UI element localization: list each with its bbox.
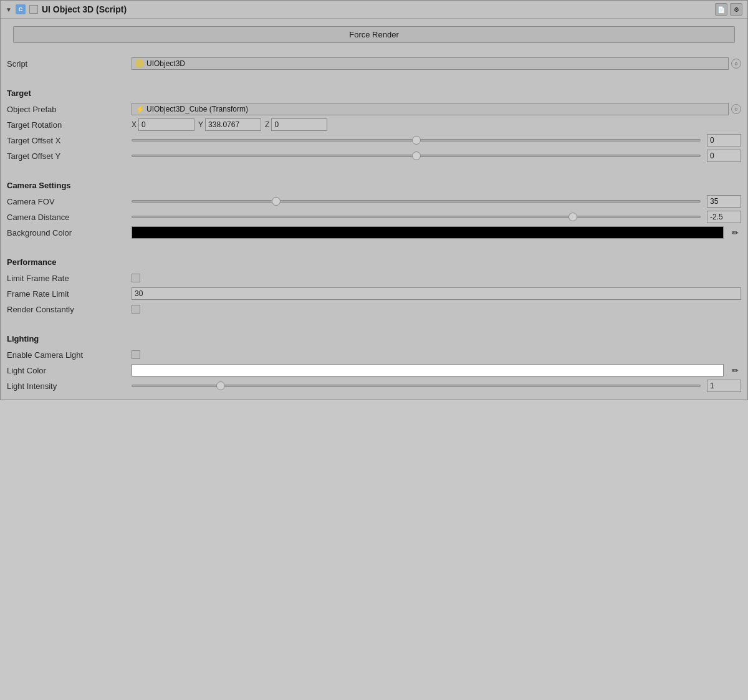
- camera-fov-value[interactable]: [707, 195, 741, 208]
- rotation-z-input[interactable]: [271, 118, 327, 131]
- offset-y-value[interactable]: [707, 150, 741, 162]
- background-color-label: Background Color: [7, 228, 132, 237]
- frame-rate-limit-field: [132, 287, 741, 300]
- light-intensity-row: Light Intensity: [7, 379, 741, 393]
- limit-frame-rate-checkbox[interactable]: [132, 274, 140, 282]
- enable-camera-light-checkbox[interactable]: [132, 350, 140, 359]
- script-row: Script UIObject3D ○: [7, 57, 741, 70]
- script-icon: [135, 59, 144, 68]
- prefab-value: UIObject3D_Cube (Transform): [146, 105, 248, 113]
- light-intensity-label: Light Intensity: [7, 381, 132, 391]
- camera-heading: Camera Settings: [7, 181, 71, 190]
- enabled-checkbox[interactable]: [29, 5, 38, 14]
- y-label: Y: [198, 120, 203, 129]
- camera-fov-field: [132, 195, 741, 208]
- camera-distance-slider[interactable]: [132, 216, 701, 218]
- script-select-button[interactable]: ○: [731, 59, 741, 69]
- background-color-swatch[interactable]: [132, 226, 724, 239]
- camera-fov-label: Camera FOV: [7, 197, 132, 206]
- light-color-swatch[interactable]: [132, 364, 724, 376]
- offset-y-label: Target Offset Y: [7, 151, 132, 161]
- frame-rate-limit-row: Frame Rate Limit: [7, 287, 741, 300]
- target-rotation-label: Target Rotation: [7, 120, 132, 130]
- camera-fov-slider[interactable]: [132, 200, 701, 203]
- target-section: Target Object Prefab ⚡ UIObject3D_Cube (…: [1, 81, 747, 170]
- target-rotation-row: Target Rotation X Y Z: [7, 118, 741, 132]
- prefab-icon: ⚡: [135, 105, 144, 113]
- frame-rate-limit-label: Frame Rate Limit: [7, 289, 132, 299]
- camera-distance-value[interactable]: [707, 211, 741, 223]
- camera-heading-row: Camera Settings: [7, 176, 741, 193]
- enable-camera-light-row: Enable Camera Light: [7, 348, 741, 362]
- background-color-field: ✏: [132, 226, 741, 239]
- prefab-select-button[interactable]: ○: [731, 104, 741, 114]
- offset-y-field: [132, 150, 741, 162]
- offset-x-value[interactable]: [707, 134, 741, 146]
- render-constantly-checkbox[interactable]: [132, 305, 140, 314]
- force-render-button[interactable]: Force Render: [13, 26, 735, 43]
- camera-section: Camera Settings Camera FOV Camera Distan…: [1, 173, 747, 246]
- lighting-heading-row: Lighting: [7, 329, 741, 346]
- object-prefab-label: Object Prefab: [7, 105, 132, 114]
- render-constantly-field: [132, 305, 741, 314]
- light-color-field: ✏: [132, 364, 741, 376]
- script-label: Script: [7, 59, 132, 69]
- prefab-input[interactable]: ⚡ UIObject3D_Cube (Transform): [132, 103, 729, 115]
- rotation-x-input[interactable]: [138, 118, 194, 131]
- target-heading: Target: [7, 89, 31, 98]
- panel-title: UI Object 3D (Script): [42, 4, 711, 14]
- script-value: UIObject3D: [146, 59, 185, 68]
- help-button[interactable]: 📄: [715, 3, 727, 16]
- background-color-row: Background Color ✏: [7, 226, 741, 239]
- render-constantly-row: Render Constantly: [7, 302, 741, 316]
- force-render-section: Force Render: [1, 19, 747, 50]
- header-icons: 📄 ⚙: [715, 3, 742, 16]
- ui-object-3d-panel: ▼ C UI Object 3D (Script) 📄 ⚙ Force Rend…: [0, 0, 748, 400]
- camera-distance-field: [132, 211, 741, 223]
- xyz-group: X Y Z: [132, 118, 741, 131]
- camera-distance-label: Camera Distance: [7, 213, 132, 222]
- limit-frame-rate-field: [132, 274, 741, 282]
- performance-heading-row: Performance: [7, 252, 741, 269]
- light-color-row: Light Color ✏: [7, 363, 741, 377]
- light-intensity-field: [132, 380, 741, 392]
- frame-rate-limit-input[interactable]: [132, 287, 741, 300]
- light-intensity-value[interactable]: [707, 380, 741, 392]
- script-input[interactable]: UIObject3D: [132, 57, 729, 70]
- collapse-arrow[interactable]: ▼: [6, 6, 12, 13]
- eyedropper-icon[interactable]: ✏: [729, 226, 741, 239]
- enable-camera-light-field: [132, 350, 741, 359]
- object-prefab-row: Object Prefab ⚡ UIObject3D_Cube (Transfo…: [7, 102, 741, 116]
- limit-frame-rate-label: Limit Frame Rate: [7, 274, 132, 283]
- target-heading-row: Target: [7, 84, 741, 100]
- rotation-y-input[interactable]: [205, 118, 261, 131]
- z-label: Z: [265, 120, 269, 129]
- component-icon: C: [16, 4, 26, 14]
- lighting-heading: Lighting: [7, 334, 39, 343]
- limit-frame-rate-row: Limit Frame Rate: [7, 271, 741, 285]
- x-label: X: [132, 120, 137, 129]
- light-eyedropper-icon[interactable]: ✏: [729, 364, 741, 376]
- performance-heading: Performance: [7, 257, 56, 267]
- offset-x-field: [132, 134, 741, 146]
- panel-header: ▼ C UI Object 3D (Script) 📄 ⚙: [1, 1, 747, 19]
- offset-y-slider[interactable]: [132, 155, 701, 157]
- offset-x-slider[interactable]: [132, 139, 701, 141]
- render-constantly-label: Render Constantly: [7, 305, 132, 314]
- light-intensity-slider[interactable]: [132, 385, 701, 387]
- offset-x-label: Target Offset X: [7, 136, 132, 145]
- performance-section: Performance Limit Frame Rate Frame Rate …: [1, 250, 747, 323]
- script-field: UIObject3D ○: [132, 57, 741, 70]
- enable-camera-light-label: Enable Camera Light: [7, 350, 132, 360]
- script-section: Script UIObject3D ○: [1, 54, 747, 77]
- lighting-section: Lighting Enable Camera Light Light Color…: [1, 327, 747, 400]
- object-prefab-field: ⚡ UIObject3D_Cube (Transform) ○: [132, 103, 741, 115]
- settings-button[interactable]: ⚙: [730, 3, 742, 16]
- offset-x-row: Target Offset X: [7, 133, 741, 147]
- offset-y-row: Target Offset Y: [7, 149, 741, 163]
- light-color-label: Light Color: [7, 366, 132, 375]
- camera-fov-row: Camera FOV: [7, 194, 741, 208]
- camera-distance-row: Camera Distance: [7, 210, 741, 224]
